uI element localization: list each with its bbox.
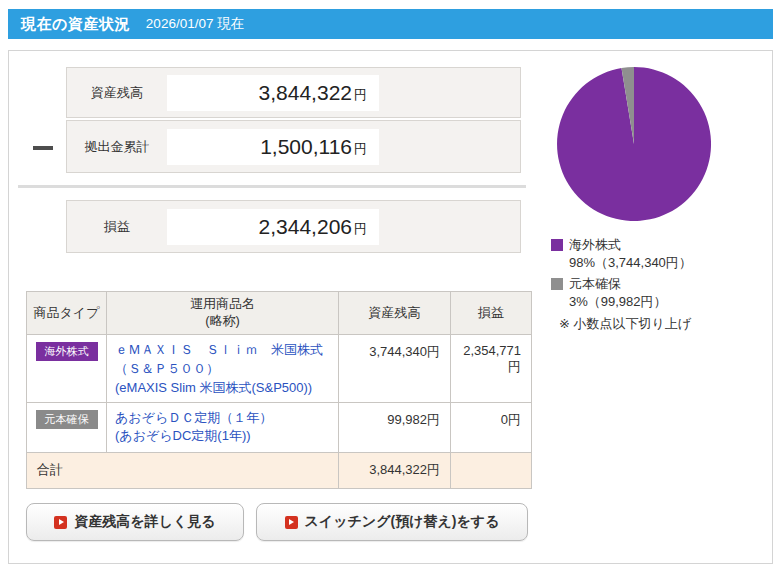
contributions-value: 1,500,116 (260, 135, 352, 159)
legend-item-foreign-equity: 海外株式 (551, 236, 771, 254)
product-link-emaxis[interactable]: ｅＭＡＸＩＳ Ｓｌｉｍ 米国株式（Ｓ＆Ｐ５００） (115, 341, 332, 379)
legend-value-foreign-equity: 98%（3,744,340円） (569, 255, 771, 271)
legend-swatch-gray-icon (551, 278, 563, 290)
contributions-box: 拠出金累計 1,500,116 円 (66, 120, 521, 173)
header-product-name-line1: 運用商品名 (190, 296, 255, 311)
profit-loss-value-box: 2,344,206 円 (167, 209, 379, 245)
view-balance-detail-button[interactable]: 資産残高を詳しく見る (26, 503, 244, 541)
profit-loss-box: 損益 2,344,206 円 (66, 200, 521, 253)
product-link-emaxis-abbr[interactable]: (eMAXIS Slim 米国株式(S&P500)) (115, 379, 332, 398)
legend-item-principal-guaranteed: 元本確保 (551, 275, 771, 293)
contributions-label: 拠出金累計 (67, 138, 167, 156)
table-header-row: 商品タイプ 運用商品名 (略称) 資産残高 損益 (27, 292, 532, 335)
product-link-aozora-abbr[interactable]: (あおぞらDC定期(1年)) (115, 427, 332, 446)
as-of-date: 2026/01/07 現在 (146, 15, 244, 33)
legend-swatch-purple-icon (551, 239, 563, 251)
equals-divider (18, 185, 526, 188)
switching-button[interactable]: スイッチング(預け替え)をする (256, 503, 528, 541)
asset-balance-value-box: 3,844,322 円 (167, 75, 379, 111)
content-panel: 資産残高 3,844,322 円 拠出金累計 1,500,116 円 損益 2,… (8, 50, 773, 564)
contributions-value-box: 1,500,116 円 (167, 129, 379, 165)
total-balance-cell: 3,844,322円 (339, 452, 451, 488)
red-arrow-icon (285, 516, 298, 529)
header-product-type: 商品タイプ (27, 292, 107, 335)
legend-label-foreign-equity: 海外株式 (569, 236, 621, 254)
profit-loss-value: 2,344,206 (259, 215, 352, 239)
total-label: 合計 (27, 452, 339, 488)
header-profit: 損益 (451, 292, 532, 335)
asset-balance-unit: 円 (354, 81, 367, 104)
product-link-aozora[interactable]: あおぞらＤＣ定期（１年） (115, 409, 332, 428)
rounding-note: ※ 小数点以下切り上げ (559, 315, 771, 333)
table-row-foreign-equity: 海外株式 ｅＭＡＸＩＳ Ｓｌｉｍ 米国株式（Ｓ＆Ｐ５００） (eMAXIS Sl… (27, 335, 532, 403)
profit-cell: 2,354,771円 (451, 335, 532, 403)
asset-balance-value: 3,844,322 (259, 81, 352, 105)
balance-cell: 3,744,340円 (339, 335, 451, 403)
asset-balance-box: 資産残高 3,844,322 円 (66, 67, 521, 118)
table-total-row: 合計 3,844,322円 (27, 452, 532, 488)
holdings-table: 商品タイプ 運用商品名 (略称) 資産残高 損益 海外株式 ｅＭＡＸＩＳ Ｓｌｉ… (26, 291, 532, 489)
badge-foreign-equity: 海外株式 (36, 342, 98, 361)
contributions-unit: 円 (354, 135, 367, 158)
product-type-cell: 元本確保 (27, 402, 107, 452)
pie-chart (556, 66, 712, 222)
header-product-name: 運用商品名 (略称) (107, 292, 339, 335)
switching-label: スイッチング(預け替え)をする (305, 513, 500, 531)
header-product-name-line2: (略称) (205, 313, 240, 328)
table-row-principal-guaranteed: 元本確保 あおぞらＤＣ定期（１年） (あおぞらDC定期(1年)) 99,982円… (27, 402, 532, 452)
section-header: 現在の資産状況 2026/01/07 現在 (8, 9, 773, 39)
profit-loss-label: 損益 (67, 218, 167, 236)
product-name-cell: ｅＭＡＸＩＳ Ｓｌｉｍ 米国株式（Ｓ＆Ｐ５００） (eMAXIS Slim 米国… (107, 335, 339, 403)
view-balance-detail-label: 資産残高を詳しく見る (74, 513, 215, 531)
asset-balance-label: 資産残高 (67, 84, 167, 102)
pie-legend: 海外株式 98%（3,744,340円） 元本確保 3%（99,982円） ※ … (551, 232, 771, 333)
minus-operator (33, 146, 53, 150)
header-balance: 資産残高 (339, 292, 451, 335)
product-type-cell: 海外株式 (27, 335, 107, 403)
profit-cell: 0円 (451, 402, 532, 452)
profit-loss-unit: 円 (354, 215, 367, 238)
legend-label-principal-guaranteed: 元本確保 (569, 275, 621, 293)
product-name-cell: あおぞらＤＣ定期（１年） (あおぞらDC定期(1年)) (107, 402, 339, 452)
page-title: 現在の資産状況 (21, 15, 130, 34)
total-profit-cell (451, 452, 532, 488)
red-arrow-icon (54, 516, 67, 529)
legend-value-principal-guaranteed: 3%（99,982円） (569, 294, 771, 310)
badge-principal-guaranteed: 元本確保 (36, 410, 98, 429)
balance-cell: 99,982円 (339, 402, 451, 452)
